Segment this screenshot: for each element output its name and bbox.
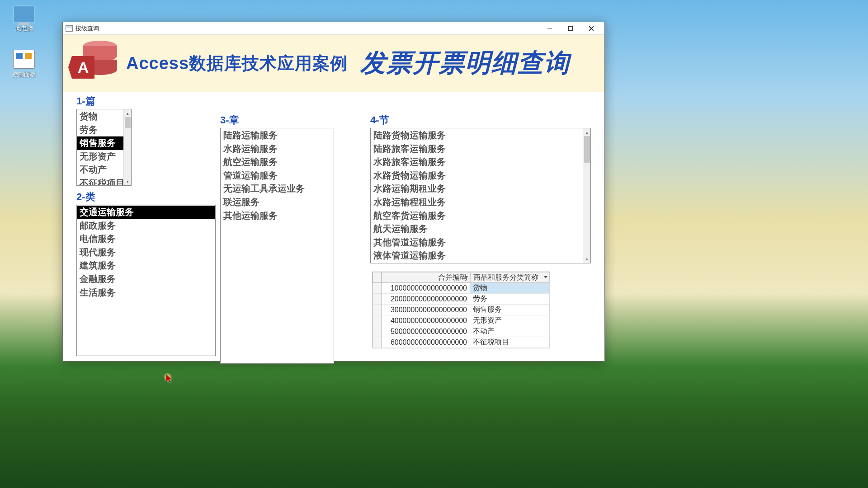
list-item[interactable]: 气体管道运输服务	[371, 263, 590, 263]
desktop-icon-control-panel[interactable]: 控制面板	[4, 50, 44, 79]
cell-code[interactable]: 2000000000000000000	[382, 294, 470, 305]
row-selector[interactable]	[373, 337, 382, 348]
list-item[interactable]: 不动产	[77, 163, 131, 177]
list-item[interactable]: 陆路货物运输服务	[371, 129, 590, 142]
header-title: 发票开票明细查询	[360, 46, 570, 80]
cell-name[interactable]: 无形资产	[470, 315, 550, 326]
list-item[interactable]: 陆路旅客运输服务	[371, 142, 590, 156]
scrollbar[interactable]: ▴ ▾	[583, 128, 590, 263]
listbox-pian[interactable]: 货物劳务销售服务无形资产不动产不征税项目 ▴ ▾	[76, 109, 132, 186]
list-item[interactable]: 航天运输服务	[371, 222, 590, 236]
cell-name[interactable]: 劳务	[470, 294, 550, 305]
list-item[interactable]: 建筑服务	[77, 259, 215, 272]
body-area: 1-篇 货物劳务销售服务无形资产不动产不征税项目 ▴ ▾ 2-类 交通运输服务邮…	[63, 92, 604, 361]
list-item[interactable]: 货物	[77, 110, 131, 123]
list-item[interactable]: 其他管道运输服务	[371, 236, 590, 249]
listbox-jie[interactable]: 陆路货物运输服务陆路旅客运输服务水路旅客运输服务水路货物运输服务水路运输期租业务…	[370, 128, 591, 263]
list-item[interactable]: 联运服务	[221, 196, 334, 209]
app-window: 按级查询 A Access数据库技术应用案例 发票开票明细查询 1-篇 货物劳务…	[62, 22, 605, 361]
section-label-1: 1-篇	[76, 94, 217, 108]
table-row[interactable]: 3000000000000000000销售服务	[373, 305, 550, 315]
list-item[interactable]: 销售服务	[77, 136, 131, 150]
scroll-thumb[interactable]	[125, 117, 131, 128]
list-item[interactable]: 管道运输服务	[221, 169, 334, 183]
scroll-up-icon[interactable]: ▴	[124, 109, 132, 117]
cell-code[interactable]: 1000000000000000000	[382, 283, 470, 294]
window-title: 按级查询	[75, 24, 99, 33]
table-row[interactable]: 5000000000000000000不动产	[373, 326, 550, 337]
listbox-zhang[interactable]: 陆路运输服务水路运输服务航空运输服务管道运输服务无运输工具承运业务联运服务其他运…	[220, 128, 334, 364]
cell-name[interactable]: 货物	[470, 283, 550, 294]
list-item[interactable]: 无运输工具承运业务	[221, 182, 334, 196]
maximize-button[interactable]	[560, 23, 581, 34]
close-button[interactable]	[581, 23, 602, 34]
list-item[interactable]: 交通运输服务	[77, 206, 215, 219]
row-selector[interactable]	[373, 315, 382, 326]
titlebar[interactable]: 按级查询	[63, 22, 604, 35]
section-label-4: 4-节	[370, 113, 592, 127]
table-row[interactable]: 4000000000000000000无形资产	[373, 315, 550, 326]
cell-code[interactable]: 4000000000000000000	[382, 315, 470, 326]
cell-code[interactable]: 3000000000000000000	[382, 305, 470, 315]
list-item[interactable]: 水路旅客运输服务	[371, 155, 590, 169]
dropdown-icon[interactable]	[464, 276, 468, 278]
row-selector[interactable]	[373, 294, 382, 305]
cell-name[interactable]: 不动产	[470, 326, 550, 337]
scroll-down-icon[interactable]: ▾	[583, 255, 591, 263]
row-selector[interactable]	[373, 326, 382, 337]
column-header-name[interactable]: 商品和服务分类简称	[470, 272, 550, 283]
list-item[interactable]: 金融服务	[77, 272, 215, 286]
list-item[interactable]: 水路运输程租业务	[371, 196, 590, 209]
list-item[interactable]: 不征税项目	[77, 177, 131, 186]
scroll-up-icon[interactable]: ▴	[583, 128, 591, 136]
list-item[interactable]: 水路运输服务	[221, 142, 334, 156]
row-selector[interactable]	[373, 283, 382, 294]
list-item[interactable]: 其他运输服务	[221, 209, 334, 223]
pc-icon	[13, 5, 35, 23]
list-item[interactable]: 航空运输服务	[221, 155, 334, 169]
list-item[interactable]: 液体管道运输服务	[371, 249, 590, 263]
access-logo: A	[72, 41, 117, 86]
table-row[interactable]: 6000000000000000000不征税项目	[373, 337, 550, 348]
datagrid-header: 合并编码 商品和服务分类简称	[373, 272, 550, 283]
listbox-lei[interactable]: 交通运输服务邮政服务电信服务现代服务建筑服务金融服务生活服务	[76, 205, 216, 356]
column-header-code[interactable]: 合并编码	[382, 272, 470, 283]
table-row[interactable]: 2000000000000000000劳务	[373, 294, 550, 305]
list-item[interactable]: 水路货物运输服务	[371, 169, 590, 183]
desktop-icon-this-pc[interactable]: 此电脑	[4, 5, 44, 33]
cell-code[interactable]: 5000000000000000000	[382, 326, 470, 337]
cell-name[interactable]: 销售服务	[470, 305, 550, 315]
close-icon	[589, 26, 594, 31]
section-label-2: 2-类	[76, 190, 217, 204]
desktop-icon-label: 控制面板	[4, 70, 44, 79]
cell-code[interactable]: 6000000000000000000	[382, 337, 470, 348]
header-band: A Access数据库技术应用案例 发票开票明细查询	[63, 35, 604, 92]
list-item[interactable]: 邮政服务	[77, 219, 215, 233]
row-selector-header[interactable]	[373, 272, 382, 283]
list-item[interactable]: 无形资产	[77, 150, 131, 164]
section-label-3: 3-章	[220, 113, 335, 127]
list-item[interactable]: 生活服务	[77, 286, 215, 300]
datagrid[interactable]: 合并编码 商品和服务分类简称 1000000000000000000货物2000…	[372, 272, 550, 348]
cell-name[interactable]: 不征税项目	[470, 337, 550, 348]
header-subtitle: Access数据库技术应用案例	[126, 52, 348, 75]
mouse-cursor	[166, 374, 173, 383]
table-row[interactable]: 1000000000000000000货物	[373, 283, 550, 294]
row-selector[interactable]	[373, 305, 382, 315]
scroll-thumb[interactable]	[584, 136, 590, 163]
desktop-icon-label: 此电脑	[4, 24, 44, 33]
list-item[interactable]: 电信服务	[77, 232, 215, 246]
list-item[interactable]: 水路运输期租业务	[371, 182, 590, 196]
minimize-button[interactable]	[539, 23, 560, 34]
scroll-down-icon[interactable]: ▾	[124, 178, 132, 185]
dropdown-icon[interactable]	[544, 276, 547, 278]
scrollbar[interactable]: ▴ ▾	[123, 109, 131, 185]
list-item[interactable]: 现代服务	[77, 246, 215, 259]
control-panel-icon	[13, 50, 35, 69]
list-item[interactable]: 陆路运输服务	[221, 129, 334, 142]
list-item[interactable]: 航空客货运输服务	[371, 209, 590, 223]
form-icon	[66, 25, 73, 32]
list-item[interactable]: 劳务	[77, 123, 131, 137]
